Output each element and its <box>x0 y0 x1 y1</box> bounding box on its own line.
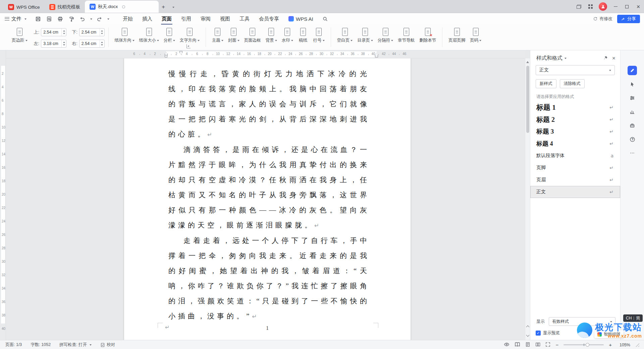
scroll-up-arrow[interactable] <box>526 60 529 63</box>
menu-tab-insert[interactable]: 插入 <box>138 13 157 24</box>
left-margin-marker[interactable] <box>165 55 167 57</box>
next-page-button[interactable] <box>526 332 530 338</box>
chart-tool-icon[interactable] <box>628 107 637 116</box>
close-panel-icon[interactable]: × <box>612 55 615 61</box>
ribbon-button-line-numbers[interactable]: 行号 <box>311 27 327 44</box>
redo-dropdown-caret[interactable] <box>107 18 109 21</box>
redo-button[interactable] <box>95 15 103 23</box>
close-button[interactable]: × <box>633 0 644 13</box>
ribbon-button-paper-orientation[interactable]: 纸张方向 <box>112 27 137 44</box>
scrollbar-thumb[interactable] <box>526 66 529 133</box>
style-item-默认段落字体[interactable]: 默认段落字体a <box>530 150 620 162</box>
wps-home-tab[interactable]: W WPS Office <box>3 1 45 13</box>
ribbon-button-manuscript-grid[interactable]: 稿纸 <box>296 27 311 44</box>
ribbon-button-background[interactable]: 背景 <box>263 27 279 44</box>
help-tool-icon[interactable] <box>628 135 637 144</box>
current-style-dropdown[interactable]: 正文 <box>536 65 615 75</box>
menu-tab-tools[interactable]: 工具 <box>235 13 254 24</box>
ribbon-button-theme[interactable]: 主题 <box>210 27 226 44</box>
margin-bottom-field[interactable]: 2.54 cm <box>79 28 105 36</box>
menu-tab-wps-ai[interactable]: WPS AI <box>284 13 318 24</box>
new-style-button[interactable]: 新样式 <box>536 79 556 88</box>
resize-grip-icon[interactable] <box>635 343 639 347</box>
style-item-页眉[interactable]: 页眉↵ <box>530 174 620 186</box>
paragraph[interactable]: 慢慢行走，昏黄的街灯无力地洒下冰冷的光线，印在我落寞的脸颊上。我脑中回荡着朋友的… <box>168 66 370 142</box>
ribbon-button-breaks[interactable]: 分隔符 <box>375 27 396 44</box>
margin-top-up-button[interactable] <box>62 29 66 32</box>
status-page-count[interactable]: 页面: 1/3 <box>5 342 22 348</box>
more-tools-icon[interactable] <box>628 148 637 158</box>
tab-list-button[interactable] <box>169 3 177 11</box>
ribbon-button-page-border[interactable]: 页面边框 <box>242 27 263 44</box>
status-proofread[interactable]: 校对 <box>100 342 115 348</box>
print-preview-button[interactable] <box>45 15 53 23</box>
style-item-标题 1[interactable]: 标题 1↵ <box>530 101 620 113</box>
style-item-正文[interactable]: 正文↵ <box>530 186 620 198</box>
previous-page-button[interactable] <box>526 324 530 330</box>
ribbon-button-text-direction[interactable]: 文字方向 <box>177 27 202 44</box>
margin-left-field[interactable]: 3.18 cm <box>41 40 66 48</box>
share-button[interactable]: 分享 <box>617 15 640 23</box>
margin-right-up-button[interactable] <box>100 40 104 44</box>
eye-protect-icon[interactable] <box>504 342 509 348</box>
page-setup-launcher[interactable] <box>186 44 191 48</box>
status-word-count[interactable]: 字数: 1052 <box>31 342 51 348</box>
multi-page-view-icon[interactable] <box>535 342 540 348</box>
zoom-slider[interactable] <box>564 344 604 345</box>
undo-button[interactable] <box>78 15 86 23</box>
styles-format-tool-icon[interactable] <box>628 66 637 75</box>
menu-tab-member[interactable]: 会员专享 <box>254 13 284 24</box>
style-item-标题 3[interactable]: 标题 3↵ <box>530 126 620 138</box>
ribbon-button-paper-size[interactable]: 纸张大小 <box>137 27 161 44</box>
undo-dropdown-caret[interactable] <box>90 18 92 21</box>
style-item-页脚[interactable]: 页脚↵ <box>530 162 620 174</box>
properties-tool-icon[interactable] <box>628 93 637 103</box>
ribbon-button-toc-page[interactable]: 目录页 <box>355 27 375 44</box>
maximize-button[interactable] <box>621 0 633 13</box>
workspace-windows-icon[interactable] <box>573 0 585 13</box>
margin-bottom-down-button[interactable] <box>100 32 104 36</box>
document-tab[interactable]: W 秋天.docx <box>85 1 159 13</box>
minimize-button[interactable] <box>610 0 621 13</box>
read-mode-icon[interactable] <box>515 342 520 348</box>
margin-left-up-button[interactable] <box>62 40 66 44</box>
ribbon-button-page-number[interactable]: 页码 <box>468 27 484 44</box>
document-page[interactable]: 慢慢行走，昏黄的街灯无力地洒下冰冷的光线，印在我落寞的脸颊上。我脑中回荡着朋友的… <box>124 58 411 340</box>
ribbon-button-watermark[interactable]: 水印 <box>279 27 296 44</box>
fullscreen-icon[interactable] <box>545 342 550 348</box>
show-preview-checkbox[interactable]: ✓ <box>536 331 541 336</box>
zoom-slider-thumb[interactable] <box>586 343 589 347</box>
zoom-out-button[interactable]: − <box>555 342 558 348</box>
ribbon-button-blank-page[interactable]: 空白页 <box>335 27 355 44</box>
print-button[interactable] <box>56 15 64 23</box>
select-tool-icon[interactable] <box>628 80 637 89</box>
document-text[interactable]: 慢慢行走，昏黄的街灯无力地洒下冰冷的光线，印在我落寞的脸颊上。我脑中回荡着朋友的… <box>168 66 370 324</box>
ribbon-button-cover[interactable]: 封面 <box>226 27 242 44</box>
file-menu-button[interactable]: 文件 <box>5 16 26 22</box>
chevron-down-icon[interactable] <box>565 58 567 60</box>
page-view-icon[interactable] <box>525 342 530 348</box>
docer-template-tab[interactable]: 找稻壳模板 <box>45 1 85 13</box>
margin-bottom-up-button[interactable] <box>100 29 104 32</box>
clear-format-button[interactable]: 清除格式 <box>560 79 585 88</box>
menu-tab-page[interactable]: 页面 <box>157 13 176 24</box>
search-button[interactable] <box>321 15 329 23</box>
margin-top-field[interactable]: 2.54 cm <box>41 28 66 36</box>
menu-tab-home[interactable]: 开始 <box>118 13 138 24</box>
vertical-ruler[interactable]: 246810121416182022242628303234363840 <box>0 50 6 340</box>
menu-tab-reference[interactable]: 引用 <box>176 13 196 24</box>
vertical-scrollbar[interactable] <box>525 58 530 340</box>
ribbon-button-section-nav[interactable]: 章节导航 <box>395 27 417 44</box>
paragraph[interactable]: 走着走着，远处一个人停下了自行车，手中撑着一把伞，匆匆向我走来。近看走来的是我的… <box>168 233 370 324</box>
margin-right-down-button[interactable] <box>100 44 104 47</box>
ribbon-button-header-footer[interactable]: 页眉页脚 <box>446 27 468 44</box>
toolbox-tool-icon[interactable] <box>628 121 637 130</box>
paragraph[interactable]: 滴滴答答，是雨在倾诉，还是心在流血？一片黯然浮于眼眸，为什么我用真挚付出的换来的… <box>168 142 370 233</box>
modified-indicator[interactable]: 有修改 <box>593 16 612 22</box>
new-tab-button[interactable]: + <box>159 3 167 11</box>
ribbon-button-margins[interactable]: 页边距 <box>9 27 30 44</box>
ribbon-button-columns[interactable]: 分栏 <box>161 27 177 44</box>
zoom-in-button[interactable]: + <box>609 342 612 348</box>
user-avatar[interactable] <box>599 2 607 11</box>
status-spellcheck[interactable]: 拼写检查: 打开 <box>59 342 92 348</box>
